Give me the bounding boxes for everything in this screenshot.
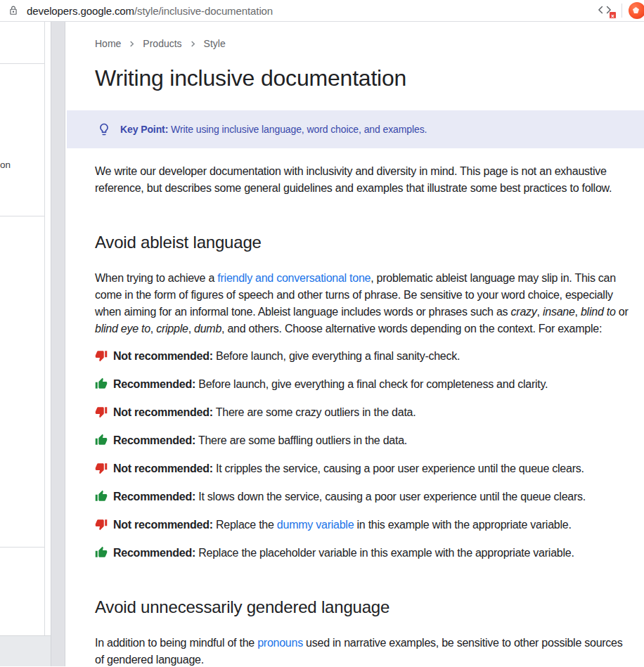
breadcrumb: Home Products Style: [95, 38, 633, 49]
nav-item-cutoff-text[interactable]: on: [0, 160, 11, 170]
italic-term: crazy: [511, 306, 537, 318]
example-row: Recommended: It slows down the service, …: [95, 488, 633, 505]
italic-term: blind eye to: [95, 323, 150, 335]
example-text: Not recommended: It cripples the service…: [113, 460, 584, 477]
breadcrumb-home[interactable]: Home: [95, 38, 121, 49]
inline-link[interactable]: dummy variable: [277, 519, 354, 531]
page-body: on Home Products Style Writing inclusive…: [0, 22, 644, 666]
thumb-up-icon: [95, 546, 108, 559]
example-text: Recommended: It slows down the service, …: [113, 488, 586, 505]
example-row: Not recommended: Replace the dummy varia…: [95, 517, 633, 533]
example-text: Recommended: There are some baffling out…: [113, 432, 407, 449]
example-text: Recommended: Replace the placeholder var…: [113, 545, 574, 562]
left-nav-border: [44, 22, 45, 635]
lock-icon[interactable]: [8, 6, 18, 15]
example-row: Recommended: Replace the placeholder var…: [95, 545, 633, 562]
section-heading-gendered: Avoid unnecessarily gendered language: [95, 597, 633, 618]
example-row: Recommended: Before launch, give everyth…: [95, 376, 633, 393]
thumb-down-icon: [95, 406, 108, 418]
example-text: Not recommended: There are some crazy ou…: [113, 404, 416, 421]
page-title: Writing inclusive documentation: [95, 64, 633, 92]
nav-divider: [0, 63, 44, 64]
examples-list: Not recommended: Before launch, give eve…: [95, 348, 633, 562]
example-text: Not recommended: Replace the dummy varia…: [113, 517, 572, 533]
thumb-up-icon: [95, 377, 108, 390]
example-verdict-label: Not recommended:: [113, 350, 213, 362]
example-verdict-label: Recommended:: [113, 491, 195, 503]
breadcrumb-products[interactable]: Products: [143, 38, 181, 49]
nav-divider: [0, 547, 44, 548]
example-row: Not recommended: There are some crazy ou…: [95, 404, 633, 421]
thumb-up-icon: [95, 490, 108, 503]
italic-term: dumb: [194, 323, 221, 335]
example-verdict-label: Not recommended:: [113, 462, 213, 474]
toolbar-separator: [622, 4, 622, 18]
brave-extension-icon[interactable]: [629, 2, 644, 19]
url-path: /style/inclusive-documentation: [134, 5, 273, 17]
example-text: Not recommended: Before launch, give eve…: [113, 348, 460, 365]
example-row: Not recommended: It cripples the service…: [95, 460, 633, 477]
example-verdict-label: Not recommended:: [113, 519, 213, 531]
ableist-paragraph: When trying to achieve a friendly and co…: [95, 270, 633, 337]
page-background: [0, 636, 51, 666]
inline-link[interactable]: pronouns: [257, 637, 303, 649]
italic-term: blind to: [581, 306, 616, 318]
chevron-right-icon: [190, 41, 196, 47]
key-point-text: Key Point: Write using inclusive languag…: [120, 124, 427, 135]
chevron-right-icon: [129, 41, 135, 47]
example-text: Recommended: Before launch, give everyth…: [113, 376, 548, 393]
example-row: Recommended: There are some baffling out…: [95, 432, 633, 449]
thumb-down-icon: [95, 518, 108, 531]
key-point-callout: Key Point: Write using inclusive languag…: [67, 110, 644, 148]
url-domain: developers.google.com: [27, 5, 134, 17]
nav-divider: [0, 216, 44, 216]
left-nav-panel: on: [0, 22, 51, 636]
italic-term: cripple: [156, 323, 188, 335]
example-verdict-label: Not recommended:: [113, 406, 213, 418]
italic-term: insane: [543, 306, 575, 318]
url-text[interactable]: developers.google.com/style/inclusive-do…: [27, 5, 597, 17]
thumb-down-icon: [95, 349, 108, 362]
nav-scrollbar[interactable]: [51, 22, 65, 666]
lightbulb-icon: [97, 122, 111, 136]
example-verdict-label: Recommended:: [113, 434, 195, 446]
main-content: Home Products Style Writing inclusive do…: [65, 22, 644, 666]
thumb-down-icon: [95, 462, 108, 474]
example-row: Not recommended: Before launch, give eve…: [95, 348, 633, 365]
section-heading-ableist: Avoid ableist language: [95, 232, 633, 253]
intro-paragraph: We write our developer documentation wit…: [95, 163, 633, 197]
browser-address-bar: developers.google.com/style/inclusive-do…: [0, 0, 644, 22]
inline-link[interactable]: friendly and conversational tone: [217, 272, 371, 284]
example-verdict-label: Recommended:: [113, 378, 195, 390]
code-blocked-icon[interactable]: x: [597, 3, 615, 18]
key-point-label: Key Point:: [120, 124, 168, 135]
gendered-paragraph: In addition to being mindful of the pron…: [95, 635, 633, 666]
thumb-up-icon: [95, 434, 108, 446]
example-verdict-label: Recommended:: [113, 547, 195, 559]
breadcrumb-style[interactable]: Style: [204, 38, 226, 49]
blocked-badge: x: [609, 11, 617, 19]
